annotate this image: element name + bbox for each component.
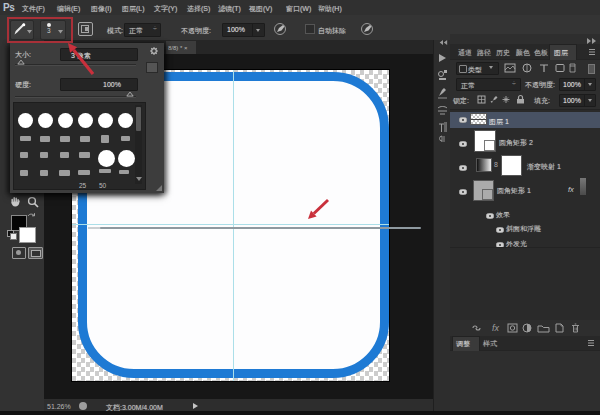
svg-text:fx: fx (492, 323, 500, 333)
